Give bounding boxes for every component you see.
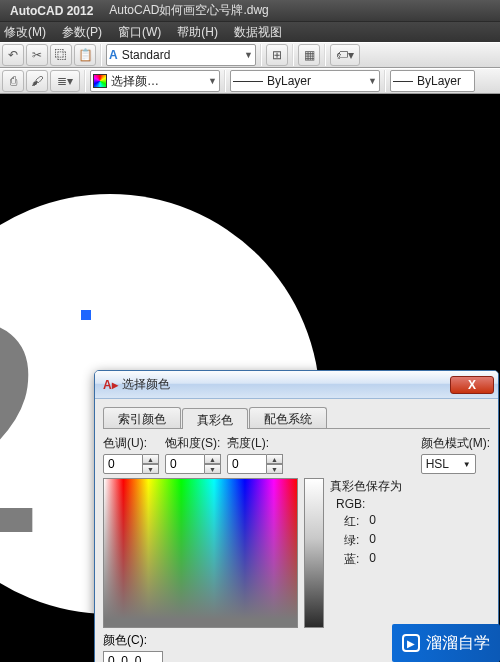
tool-layer-icon[interactable]: ≣▾ [50,70,80,92]
hue-spinner[interactable]: ▲▼ [103,454,159,474]
separator [260,44,262,66]
spin-up-icon[interactable]: ▲ [205,454,221,464]
lum-field: 亮度(L): ▲▼ [227,435,283,474]
separator [324,44,326,66]
menu-help[interactable]: 帮助(H) [177,24,218,41]
hue-field: 色调(U): ▲▼ [103,435,159,474]
close-button[interactable]: X [450,376,494,394]
mode-combo[interactable]: HSL ▼ [421,454,476,474]
tool-cut-icon[interactable]: ✂ [26,44,48,66]
spin-down-icon[interactable]: ▼ [205,464,221,474]
tab-index-color[interactable]: 索引颜色 [103,407,181,428]
r-value: 0 [369,513,376,530]
text-style-combo[interactable]: A Standard ▼ [106,44,256,66]
dialog-body: 索引颜色 真彩色 配色系统 色调(U): ▲▼ 饱和度(S): ▲▼ [95,399,498,662]
menu-params[interactable]: 参数(P) [62,24,102,41]
mode-value: HSL [426,457,449,471]
tool-brush-icon[interactable]: 🖌 [26,70,48,92]
separator [384,70,386,92]
mode-label: 颜色模式(M): [421,435,490,452]
dialog-title: 选择颜色 [122,376,450,393]
b-value: 0 [369,551,376,568]
selection-grip[interactable] [81,310,91,320]
color-dialog: A▸ 选择颜色 X 索引颜色 真彩色 配色系统 色调(U): ▲▼ 饱和度( [94,370,499,662]
spin-down-icon[interactable]: ▼ [267,464,283,474]
app-name: AutoCAD 2012 [10,4,93,18]
color-value-box[interactable]: 0, 0, 0 [103,651,163,662]
tool-undo-icon[interactable]: ↶ [2,44,24,66]
file-name: AutoCAD如何画空心号牌.dwg [109,2,268,19]
spin-up-icon[interactable]: ▲ [143,454,159,464]
tool-dim-icon[interactable]: ⊞ [266,44,288,66]
tool-paste-icon[interactable]: 📋 [74,44,96,66]
toolbar-row-2: ⎙ 🖌 ≣▾ 选择颜… ▼ ByLayer ▼ ByLayer [0,68,500,94]
hsl-inputs-row: 色调(U): ▲▼ 饱和度(S): ▲▼ 亮度(L): [103,435,490,474]
tool-tag-icon[interactable]: 🏷▾ [330,44,360,66]
autocad-logo-icon: A▸ [103,378,118,392]
menu-modify[interactable]: 修改(M) [4,24,46,41]
mode-field: 颜色模式(M): HSL ▼ [421,435,490,474]
menu-window[interactable]: 窗口(W) [118,24,161,41]
lum-label: 亮度(L): [227,435,283,452]
separator [292,44,294,66]
r-label: 红: [330,513,359,530]
chevron-down-icon: ▼ [208,76,217,86]
rgb-label: RGB: [330,497,490,511]
tool-copy-icon[interactable]: ⿻ [50,44,72,66]
line-icon [233,81,263,82]
text-style-value: Standard [122,48,240,62]
linetype-combo-1[interactable]: ByLayer ▼ [230,70,380,92]
chevron-down-icon: ▼ [463,460,471,469]
menu-bar: 修改(M) 参数(P) 窗口(W) 帮助(H) 数据视图 [0,22,500,42]
watermark-badge: ▶ 溜溜自学 [392,624,500,662]
tool-table-icon[interactable]: ▦ [298,44,320,66]
play-icon: ▶ [402,634,420,652]
app-titlebar: AutoCAD 2012 AutoCAD如何画空心号牌.dwg [0,0,500,22]
hue-label: 色调(U): [103,435,159,452]
spectrum-row: 真彩色保存为 RGB: 红:0 绿:0 蓝:0 [103,478,490,628]
chevron-down-icon: ▼ [244,50,253,60]
style-icon: A [109,48,118,62]
saveas-label: 真彩色保存为 [330,478,490,495]
chevron-down-icon: ▼ [368,76,377,86]
b-label: 蓝: [330,551,359,568]
dialog-titlebar[interactable]: A▸ 选择颜色 X [95,371,498,399]
separator [100,44,102,66]
spin-up-icon[interactable]: ▲ [267,454,283,464]
toolbar-row-1: ↶ ✂ ⿻ 📋 A Standard ▼ ⊞ ▦ 🏷▾ [0,42,500,68]
separator [84,70,86,92]
tool-match-icon[interactable]: ⎙ [2,70,24,92]
linetype-value-2: ByLayer [417,74,472,88]
color-combo-value: 选择颜… [111,73,204,90]
color-combo[interactable]: 选择颜… ▼ [90,70,220,92]
watermark-text: 溜溜自学 [426,633,490,654]
spin-down-icon[interactable]: ▼ [143,464,159,474]
hue-input[interactable] [103,454,143,474]
drawing-canvas[interactable]: 2 A▸ 选择颜色 X 索引颜色 真彩色 配色系统 色调(U): ▲▼ [0,94,500,662]
sat-label: 饱和度(S): [165,435,221,452]
luminance-bar[interactable] [304,478,324,628]
g-value: 0 [369,532,376,549]
tab-color-books[interactable]: 配色系统 [249,407,327,428]
g-label: 绿: [330,532,359,549]
line-icon [393,81,413,82]
tab-strip: 索引颜色 真彩色 配色系统 [103,407,490,429]
separator [224,70,226,92]
lum-spinner[interactable]: ▲▼ [227,454,283,474]
lum-input[interactable] [227,454,267,474]
menu-dataview[interactable]: 数据视图 [234,24,282,41]
tab-true-color[interactable]: 真彩色 [182,408,248,429]
sat-input[interactable] [165,454,205,474]
sat-spinner[interactable]: ▲▼ [165,454,221,474]
sat-field: 饱和度(S): ▲▼ [165,435,221,474]
linetype-value-1: ByLayer [267,74,364,88]
linetype-combo-2[interactable]: ByLayer [390,70,475,92]
color-spectrum[interactable] [103,478,298,628]
rgb-info: 真彩色保存为 RGB: 红:0 绿:0 蓝:0 [330,478,490,568]
color-wheel-icon [93,74,107,88]
color-value: 0, 0, 0 [108,654,141,662]
